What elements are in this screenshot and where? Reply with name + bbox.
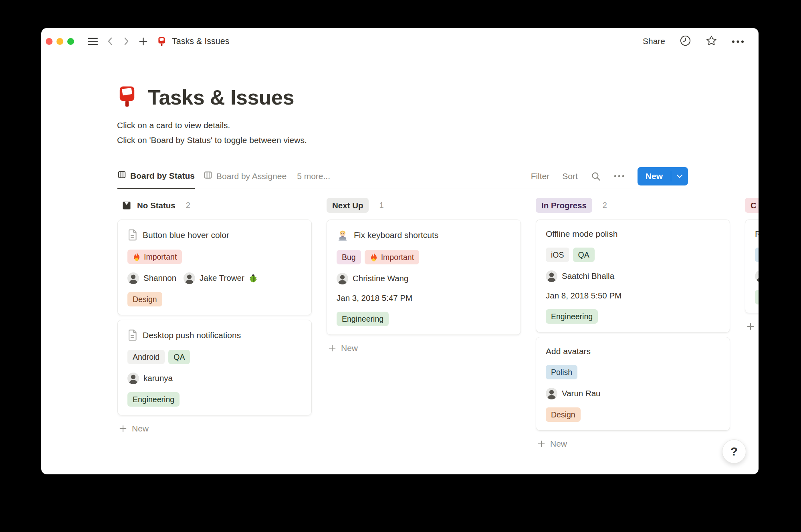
zoom-window-button[interactable] <box>67 38 74 45</box>
history-clock-icon[interactable] <box>680 35 691 48</box>
tag-row: Engineering <box>127 392 302 407</box>
fire-icon <box>370 252 378 262</box>
tag: QA <box>168 350 190 364</box>
card[interactable]: Offline mode polishiOSQASaatchi BhallaJa… <box>536 220 730 332</box>
tag-label: Android <box>133 353 159 362</box>
beetle-icon <box>249 274 258 282</box>
tag-row: E <box>755 290 759 304</box>
card[interactable]: Desktop push notificationsAndroidQAkarun… <box>117 320 312 415</box>
tag: Important <box>365 250 419 264</box>
tab-label: Board by Assignee <box>216 171 287 181</box>
tag-label: QA <box>174 353 185 362</box>
column-count: 2 <box>186 201 190 210</box>
add-card-button[interactable]: New <box>327 341 521 355</box>
new-tab-plus-icon[interactable] <box>139 37 148 46</box>
card[interactable]: Fix keyboard shortcutsBugImportantChrist… <box>327 220 521 335</box>
tag-row: P <box>755 248 759 262</box>
board-column-no-status: No Status2Button blue hover colorImporta… <box>117 198 312 474</box>
card-title-text: R <box>755 229 759 239</box>
page-header: Tasks & Issues <box>116 84 294 111</box>
tag: Important <box>127 250 182 264</box>
add-card-button[interactable]: New <box>745 320 759 333</box>
tag-row: Design <box>127 292 302 306</box>
board-view-icon <box>204 171 212 181</box>
sidebar-menu-icon[interactable] <box>88 38 98 45</box>
column-title-pill[interactable]: In Progress <box>536 198 592 213</box>
filter-button[interactable]: Filter <box>531 171 550 181</box>
avatar <box>184 272 195 284</box>
tag-label: iOS <box>551 250 564 260</box>
more-options-icon[interactable] <box>732 38 744 45</box>
column-header: No Status2 <box>117 198 312 213</box>
page-title: Tasks & Issues <box>148 85 294 109</box>
back-icon[interactable] <box>107 36 114 46</box>
titlebar-actions: Share <box>643 35 744 48</box>
add-card-button[interactable]: New <box>117 422 312 435</box>
view-more-icon[interactable] <box>614 175 625 177</box>
minimize-window-button[interactable] <box>56 38 63 45</box>
forward-icon[interactable] <box>123 36 130 46</box>
tag: E <box>755 290 759 304</box>
window-title: Tasks & Issues <box>172 36 229 46</box>
card-title-text: Button blue hover color <box>143 230 229 240</box>
page-icon <box>127 329 137 341</box>
tag-row: Polish <box>546 365 720 379</box>
assignee: Varun Rau <box>546 388 600 399</box>
page-description-line: Click on a card to view details. <box>117 118 307 133</box>
share-button[interactable]: Share <box>643 36 665 46</box>
avatar <box>755 270 759 282</box>
date-value: Jan 3, 2018 5:47 PM <box>337 292 511 304</box>
tab-label: Board by Status <box>130 171 195 181</box>
card-title-row: Add avatars <box>546 347 720 356</box>
plus-icon <box>746 322 755 331</box>
card[interactable]: RPE <box>745 220 759 313</box>
close-window-button[interactable] <box>46 38 52 45</box>
mailbox-favicon-icon <box>157 36 167 46</box>
tag: P <box>755 248 759 262</box>
column-header: Next Up1 <box>327 198 521 213</box>
add-card-label: New <box>132 424 149 433</box>
column-header: In Progress2 <box>536 198 730 213</box>
assignee-name: Shannon <box>143 273 176 283</box>
tag-row: Engineering <box>546 309 720 324</box>
tag-label: QA <box>578 250 589 260</box>
board-column-next-up: Next Up1Fix keyboard shortcutsBugImporta… <box>327 198 521 474</box>
chevron-down-icon[interactable] <box>671 174 688 178</box>
assignee-name: karunya <box>143 373 173 383</box>
tab-board-by-assignee[interactable]: Board by Assignee <box>204 163 287 189</box>
card-title-row: R <box>755 229 759 239</box>
assignee-row: Saatchi Bhalla <box>546 270 720 282</box>
tag: Engineering <box>127 392 180 407</box>
traffic-lights <box>46 38 78 45</box>
inbox-icon <box>122 201 131 210</box>
tag-row: Important <box>127 250 302 264</box>
card-title-text: Fix keyboard shortcuts <box>354 230 438 240</box>
sort-button[interactable]: Sort <box>562 171 578 181</box>
tab-board-by-status[interactable]: Board by Status <box>117 163 195 189</box>
column-title-pill[interactable]: C <box>745 198 759 213</box>
view-controls: Filter Sort New <box>531 163 688 189</box>
card[interactable]: Add avatarsPolishVarun RauDesign <box>536 337 730 431</box>
column-title-pill[interactable]: Next Up <box>327 198 369 213</box>
tag: Engineering <box>337 312 389 326</box>
more-views-button[interactable]: 5 more... <box>297 163 330 189</box>
titlebar: Tasks & Issues Share <box>41 28 759 54</box>
tag-label: Important <box>381 253 414 262</box>
favorite-star-icon[interactable] <box>706 35 717 48</box>
mailbox-page-icon[interactable] <box>116 85 138 109</box>
card-title-text: Desktop push notifications <box>143 330 241 340</box>
assignee-name: Varun Rau <box>562 389 600 398</box>
tag: QA <box>573 248 595 262</box>
search-icon[interactable] <box>591 171 601 181</box>
card[interactable]: Button blue hover colorImportantShannonJ… <box>117 220 312 315</box>
kanban-board: No Status2Button blue hover colorImporta… <box>117 198 759 474</box>
board-column-partial-right: CRPENew <box>745 198 759 474</box>
new-button[interactable]: New <box>638 167 688 185</box>
tag-row: Design <box>546 407 720 422</box>
card-title-row: Fix keyboard shortcuts <box>337 229 511 241</box>
avatar <box>127 272 139 284</box>
tag-row: Engineering <box>337 312 511 326</box>
add-card-button[interactable]: New <box>536 437 730 451</box>
help-button[interactable]: ? <box>722 439 746 463</box>
card-title-row: Button blue hover color <box>127 229 302 241</box>
